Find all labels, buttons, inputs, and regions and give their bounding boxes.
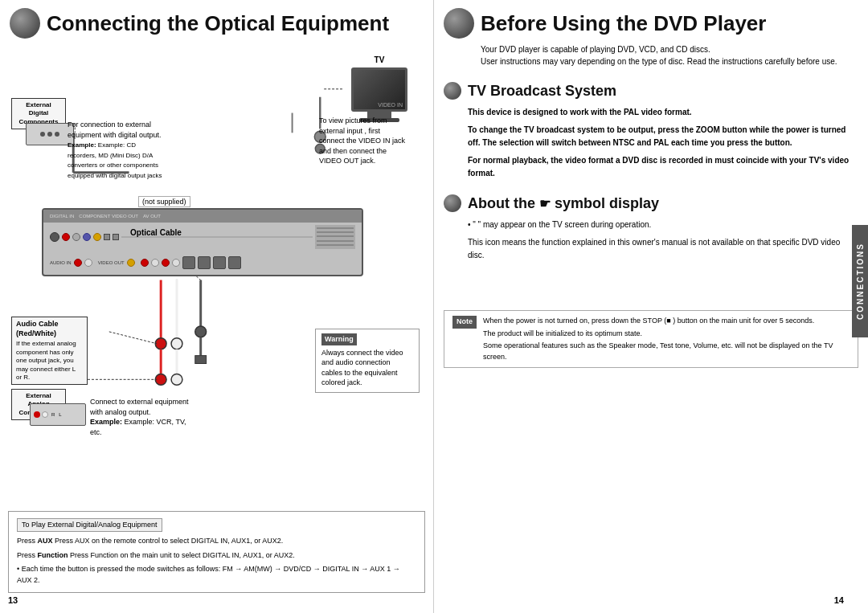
analog-port-l: [42, 411, 48, 418]
intro-text: Your DVD player is capable of playing DV…: [481, 43, 858, 67]
aux-l: [151, 259, 159, 267]
connect-analog-text: Connect to external equipment with analo…: [90, 397, 194, 437]
tv-broadcast-line1: This device is designed to work with the…: [468, 106, 858, 119]
misc-port-2: [113, 234, 119, 240]
bottom-box-title: To Play External Digital/Analog Equipmen…: [17, 518, 162, 533]
audio-in-row: AUDIO IN VIDEO OUT: [43, 251, 362, 275]
device-ports: [43, 223, 362, 251]
bottom-line1: Press AUX Press AUX on the remote contro…: [17, 536, 416, 547]
video-out-port: [127, 259, 135, 267]
component-port-b: [83, 233, 91, 241]
right-page-title: Before Using the DVD Player: [481, 12, 766, 35]
aux2-r: [162, 259, 170, 267]
svg-point-13: [171, 374, 182, 385]
svg-point-8: [155, 338, 166, 349]
symbol-body: • " " may appear on the TV screen during…: [468, 219, 858, 262]
note-content: When the power is not turned on, press d…: [483, 316, 850, 362]
component-port-g: [72, 233, 80, 241]
misc-port-1: [104, 234, 110, 240]
speaker-port-1: [182, 256, 195, 269]
left-header: Connecting the Optical Equipment: [10, 8, 424, 39]
ext-port-3: [55, 132, 59, 137]
note-line3: Some operational features such as the Sp…: [483, 341, 850, 362]
audio-in-l: [84, 259, 92, 267]
fan-grill: [315, 225, 355, 249]
speaker-port-2: [198, 256, 211, 269]
for-connection-text: For connection to external equipment wit…: [68, 120, 164, 181]
grill-line-5: [317, 244, 354, 246]
ext-digital-component: [26, 123, 74, 145]
bottom-line3: • Each time the button is pressed the mo…: [17, 564, 416, 586]
right-panel: Before Using the DVD Player Your DVD pla…: [434, 0, 868, 613]
optical-port: [50, 232, 59, 242]
svg-rect-17: [195, 356, 207, 364]
warning-text: Always connect the video and audio conne…: [321, 348, 413, 388]
tv-screen: VIDEO IN: [351, 67, 407, 112]
symbol-title: About the ☛ symbol display: [468, 195, 659, 212]
tv-broadcast-line3: For normal playback, the video format a …: [468, 154, 858, 180]
right-header: Before Using the DVD Player: [444, 8, 858, 39]
right-page-number: 14: [834, 595, 844, 605]
grill-line-1: [317, 227, 354, 229]
hand-icon: ☛: [539, 196, 551, 211]
aux-r: [141, 259, 149, 267]
speaker-port-4: [228, 256, 241, 269]
grill-line-2: [317, 231, 354, 233]
av-port: [93, 233, 101, 241]
symbol-line1: • " " may appear on the TV screen during…: [468, 219, 858, 231]
left-page-title: Connecting the Optical Equipment: [47, 12, 389, 35]
tv-label: TV: [351, 55, 407, 64]
warning-title: Warning: [321, 333, 357, 345]
not-supplied-label: (not supplied): [138, 196, 190, 207]
tv-broadcast-line2: To change the TV broadcast system to be …: [468, 124, 858, 149]
symbol-line2: This icon means the function explained i…: [468, 236, 858, 262]
tv-broadcast-title: TV Broadcast System: [468, 83, 616, 100]
note-label: Note: [452, 316, 477, 329]
intro-line1: Your DVD player is capable of playing DV…: [481, 43, 858, 55]
note-line2: The product will be initialized to its o…: [483, 329, 850, 340]
device-top-band: DIGITAL IN COMPONENT VIDEO OUT AV OUT: [43, 210, 362, 223]
optical-cable-label: Optical Cable: [130, 228, 182, 237]
svg-point-12: [155, 374, 166, 385]
grill-line-3: [317, 235, 354, 237]
analog-component: R L: [30, 403, 86, 426]
right-header-circle: [444, 8, 474, 39]
left-header-circle: [10, 8, 40, 39]
warning-box: Warning Always connect the video and aud…: [315, 329, 420, 393]
svg-point-9: [171, 338, 182, 349]
tv-broadcast-body: This device is designed to work with the…: [468, 106, 858, 180]
speaker-port-3: [213, 256, 226, 269]
symbol-section-header: About the ☛ symbol display: [444, 194, 858, 212]
ext-digital-ports: [40, 132, 59, 137]
note-line1: When the power is not turned on, press d…: [483, 316, 850, 327]
to-view-text: To view pictures from external input , f…: [319, 116, 407, 166]
bottom-line2: Press Function Press Function on the mai…: [17, 550, 416, 562]
svg-point-15: [195, 326, 207, 337]
left-page-number: 13: [8, 595, 18, 605]
bottom-instruction-box: To Play External Digital/Analog Equipmen…: [8, 511, 425, 594]
connections-tab-label: CONNECTIONS: [856, 243, 865, 320]
component-port-r: [62, 233, 70, 241]
connections-tab: CONNECTIONS: [852, 225, 868, 337]
svg-line-20: [109, 332, 157, 344]
tv-area: TV VIDEO IN: [351, 55, 407, 122]
intro-line2: User instructions may vary depending on …: [481, 55, 858, 67]
dvd-device-body: DIGITAL IN COMPONENT VIDEO OUT AV OUT: [42, 208, 363, 276]
symbol-circle: [444, 194, 461, 212]
analog-port-r: [34, 411, 40, 418]
ext-port-2: [47, 132, 52, 137]
tv-broadcast-section-header: TV Broadcast System: [444, 82, 858, 100]
audio-cable-text: If the external analog component has onl…: [16, 340, 83, 382]
left-panel: Connecting the Optical Equipment: [0, 0, 434, 613]
aux2-l: [172, 259, 180, 267]
diagram-area: External Digital Components For connecti…: [10, 43, 424, 437]
tv-broadcast-circle: [444, 82, 461, 100]
audio-in-r: [74, 259, 82, 267]
ext-port-1: [40, 132, 45, 137]
grill-line-4: [317, 240, 354, 242]
audio-cable-callout: Audio Cable (Red/White) If the external …: [11, 317, 88, 385]
video-in-label: VIDEO IN: [378, 102, 403, 108]
audio-cable-label: Audio Cable (Red/White): [16, 320, 83, 338]
note-box: Note When the power is not turned on, pr…: [444, 310, 858, 368]
